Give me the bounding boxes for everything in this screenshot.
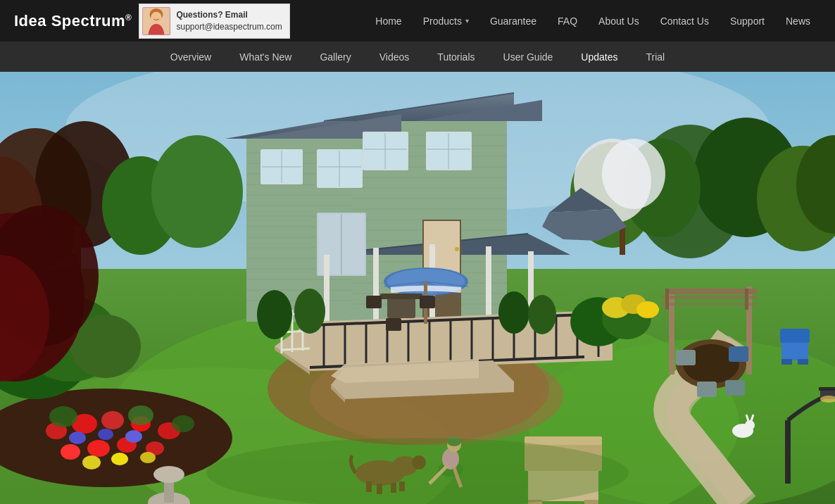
svg-point-130	[101, 411, 124, 429]
svg-point-2	[151, 11, 162, 22]
support-email: support@ideaspectrum.com	[176, 22, 282, 32]
subnav-user-guide[interactable]: User Guide	[489, 42, 567, 72]
svg-point-141	[111, 453, 128, 465]
subnav-whats-new[interactable]: What's New	[225, 42, 306, 72]
svg-rect-18	[620, 227, 625, 255]
svg-point-138	[98, 429, 113, 440]
products-dropdown-arrow: ▾	[465, 17, 469, 25]
brand-logo[interactable]: Idea Spectrum®	[14, 12, 132, 30]
subnav-tutorials[interactable]: Tutorials	[423, 42, 489, 72]
support-avatar	[142, 7, 170, 35]
svg-rect-96	[486, 246, 491, 317]
svg-rect-123	[380, 294, 422, 299]
svg-rect-157	[665, 289, 757, 294]
svg-point-92	[455, 247, 459, 251]
subnav-updates[interactable]: Updates	[567, 42, 632, 72]
svg-rect-178	[584, 500, 598, 504]
nav-guarantee[interactable]: Guarantee	[479, 0, 547, 42]
svg-rect-180	[525, 436, 602, 445]
svg-line-203	[282, 348, 310, 350]
subnav-trial[interactable]: Trial	[632, 42, 679, 72]
svg-rect-170	[781, 359, 792, 365]
support-question: Questions? Email	[176, 9, 282, 21]
svg-rect-122	[387, 297, 415, 318]
svg-rect-167	[725, 380, 745, 396]
svg-point-142	[140, 452, 156, 463]
svg-point-207	[528, 295, 556, 334]
top-navigation: Idea Spectrum® Questions? Email	[0, 0, 835, 42]
nav-faq[interactable]: FAQ	[547, 0, 588, 42]
nav-products[interactable]: Products ▾	[413, 0, 479, 42]
subnav-gallery[interactable]: Gallery	[306, 42, 365, 72]
svg-point-205	[294, 289, 325, 334]
svg-point-144	[128, 405, 153, 425]
svg-rect-194	[785, 420, 791, 484]
svg-rect-196	[819, 387, 835, 391]
sub-navigation: Overview What's New Gallery Videos Tutor…	[0, 42, 835, 72]
svg-rect-160	[665, 289, 669, 310]
svg-rect-158	[662, 296, 757, 299]
svg-rect-126	[386, 318, 401, 331]
nav-home[interactable]: Home	[365, 0, 412, 42]
svg-point-137	[69, 431, 86, 444]
logo-area: Idea Spectrum® Questions? Email	[14, 4, 290, 39]
svg-rect-161	[745, 289, 748, 310]
svg-rect-164	[676, 350, 696, 365]
svg-rect-159	[662, 303, 757, 305]
support-text: Questions? Email support@ideaspectrum.co…	[176, 9, 282, 33]
hero-section	[0, 72, 835, 504]
svg-rect-124	[366, 296, 382, 308]
top-nav-links: Home Products ▾ Guarantee FAQ About Us C…	[365, 0, 821, 42]
svg-rect-169	[780, 329, 810, 343]
svg-point-143	[49, 406, 77, 427]
subnav-overview[interactable]: Overview	[156, 42, 225, 72]
svg-point-17	[602, 139, 665, 209]
svg-rect-171	[798, 359, 808, 365]
svg-point-13	[151, 135, 243, 248]
svg-rect-125	[420, 296, 435, 308]
svg-point-134	[87, 440, 110, 457]
svg-rect-166	[697, 382, 717, 397]
svg-point-133	[61, 444, 80, 460]
nav-about-us[interactable]: About Us	[588, 0, 650, 42]
avatar-icon	[143, 8, 170, 34]
brand-name: Idea Spectrum	[14, 12, 125, 30]
svg-point-174	[153, 466, 184, 483]
svg-point-206	[498, 291, 529, 334]
svg-point-193	[745, 420, 755, 430]
hero-scene	[0, 72, 835, 504]
svg-point-145	[172, 415, 194, 432]
svg-rect-94	[373, 248, 379, 325]
nav-support[interactable]: Support	[720, 0, 775, 42]
trademark: ®	[125, 12, 132, 22]
nav-contact-us[interactable]: Contact Us	[650, 0, 720, 42]
svg-point-204	[257, 290, 292, 339]
svg-rect-165	[729, 346, 748, 362]
nav-news[interactable]: News	[775, 0, 821, 42]
svg-point-210	[636, 301, 659, 318]
subnav-videos[interactable]: Videos	[365, 42, 424, 72]
svg-point-140	[82, 455, 101, 470]
svg-point-139	[125, 430, 142, 443]
support-badge[interactable]: Questions? Email support@ideaspectrum.co…	[139, 4, 289, 39]
